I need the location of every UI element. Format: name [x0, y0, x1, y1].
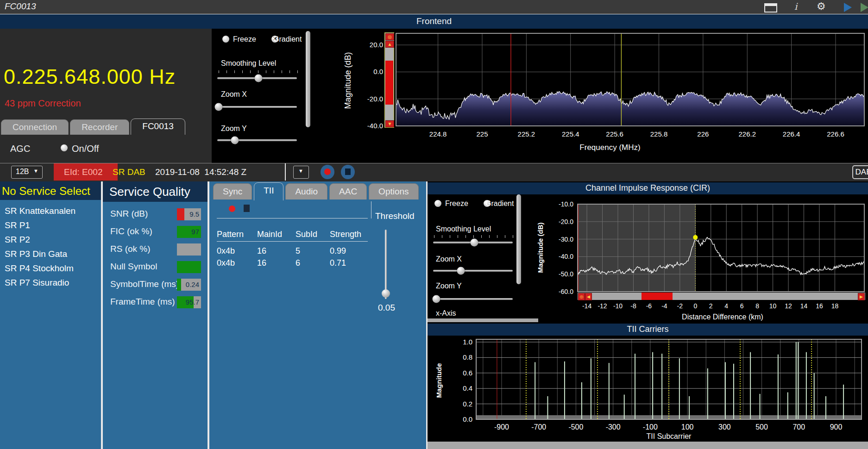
- tab-tii[interactable]: TII: [254, 182, 283, 200]
- x-tick-label: 225.6: [606, 130, 623, 138]
- spectrum-y-scrollbar[interactable]: ◎ ▲ ▼: [384, 32, 394, 128]
- cir-scroll-home-icon[interactable]: ◎: [578, 293, 585, 300]
- smoothing-slider[interactable]: [217, 74, 297, 82]
- stop-indicator-icon[interactable]: [244, 205, 250, 212]
- list-item[interactable]: SR P2: [0, 232, 101, 247]
- y-tick-label: -50.0: [559, 270, 573, 278]
- scroll-up-icon[interactable]: ▲: [385, 41, 394, 48]
- y-tick-label: -40.0: [367, 122, 383, 130]
- scroll-track2[interactable]: [385, 105, 393, 120]
- cir-controls-hscrollbar[interactable]: [428, 318, 538, 322]
- eid-value: EId: E002: [64, 167, 102, 177]
- frontend-tabs: ConnectionRecorderFC0013: [1, 119, 185, 135]
- scroll-track[interactable]: [385, 48, 393, 61]
- list-item[interactable]: SR P3 Din Gata: [0, 247, 101, 261]
- cir-gradient-label: Gradient: [485, 200, 514, 208]
- tab-recorder[interactable]: Recorder: [70, 119, 129, 135]
- table-cell[interactable]: 16: [257, 258, 266, 268]
- scroll-home-icon[interactable]: ◎: [385, 33, 394, 40]
- cir-header: Channel Impulse Response (CIR): [428, 182, 868, 194]
- tab-options[interactable]: Options: [369, 183, 418, 200]
- tab-audio[interactable]: Audio: [285, 183, 327, 200]
- quality-row: SNR (dB)9.5: [103, 208, 208, 220]
- channel-value: 12B: [16, 168, 29, 176]
- cir-scroll-left-icon[interactable]: ◀: [585, 293, 592, 300]
- agc-radio[interactable]: [61, 144, 68, 151]
- frontend-spectrum-plot[interactable]: 224.8225225.2225.4225.6225.8226226.2226.…: [314, 29, 868, 163]
- ppm-correction: 43 ppm Correction: [5, 98, 81, 109]
- service-list: SR KnattekanalenSR P1SR P2SR P3 Din Gata…: [0, 200, 101, 290]
- record-indicator-icon[interactable]: [229, 206, 235, 212]
- x-tick-label: -900: [494, 423, 509, 431]
- freeze-radio[interactable]: [222, 36, 229, 43]
- table-cell[interactable]: 16: [257, 246, 266, 256]
- zoom-y-slider[interactable]: [217, 136, 297, 144]
- stop-button[interactable]: [341, 165, 355, 179]
- ensemble-bar: 12B ▼ EId: E002 SR DAB 2019-11-08 14:52:…: [0, 163, 868, 183]
- threshold-slider[interactable]: [382, 230, 390, 299]
- table-header: SubId: [296, 230, 317, 239]
- threshold-handle[interactable]: [382, 289, 390, 298]
- cir-x-axis-label: x-Axis: [436, 309, 456, 318]
- quality-header: Service Quality: [103, 181, 208, 202]
- cir-plot[interactable]: -10.0-20.0-30.0-40.0-50.0-60.0-14-12-10-…: [537, 194, 868, 324]
- frontend-header: Frontend: [0, 14, 868, 29]
- table-cell[interactable]: 0.99: [330, 246, 346, 256]
- cir-peak-marker: [693, 235, 698, 240]
- quality-bar: [177, 243, 201, 256]
- tii-carriers-plot[interactable]: 1.00.80.60.40.20.0-900-700-500-300-10010…: [428, 336, 868, 441]
- table-cell[interactable]: 5: [296, 246, 300, 256]
- cir-scroll-red-segment[interactable]: [642, 293, 673, 300]
- scroll-thumb[interactable]: [385, 61, 393, 105]
- x-tick-label: 2: [709, 302, 713, 310]
- y-tick-label: 0.0: [373, 68, 383, 75]
- controls-scrollbar[interactable]: [306, 31, 310, 127]
- gear-icon[interactable]: ⚙: [817, 0, 826, 12]
- cir-x-scrollbar[interactable]: ◎ ◀ ▶: [578, 293, 865, 300]
- tab-aac[interactable]: AAC: [329, 183, 367, 200]
- tab-fc0013[interactable]: FC0013: [131, 118, 185, 135]
- list-item[interactable]: SR Knattekanalen: [0, 204, 101, 218]
- zoom-x-slider[interactable]: [217, 103, 297, 111]
- cir-freeze-radio[interactable]: [434, 200, 441, 207]
- x-axis-label: Distance Difference (km): [682, 313, 763, 321]
- x-tick-label: 14: [800, 302, 808, 310]
- right-panel-hscrollbar[interactable]: [428, 442, 868, 449]
- channel-select[interactable]: 12B ▼: [11, 166, 43, 179]
- play-icon-secondary[interactable]: [861, 3, 868, 12]
- info-icon[interactable]: i: [794, 1, 797, 12]
- window-icon[interactable]: [764, 3, 777, 12]
- tab-connection[interactable]: Connection: [1, 119, 69, 135]
- scroll-down-icon[interactable]: ▼: [385, 120, 394, 127]
- cir-panel: Channel Impulse Response (CIR) Freeze Gr…: [428, 181, 868, 449]
- cir-controls-scrollbar[interactable]: [516, 194, 521, 284]
- table-cell[interactable]: 0x4b: [217, 246, 235, 256]
- x-tick-label: -8: [630, 302, 636, 310]
- record-dropdown[interactable]: ▼: [293, 166, 309, 179]
- table-cell[interactable]: 0x4b: [217, 258, 235, 268]
- table-cell[interactable]: 6: [296, 258, 300, 268]
- cir-zoom-x-slider[interactable]: [433, 267, 513, 275]
- quality-panel: Service Quality SNR (dB)9.5FIC (ok %)97R…: [103, 181, 208, 449]
- x-tick-label: -4: [661, 302, 667, 310]
- y-tick-label: -40.0: [559, 253, 573, 260]
- smoothing-ticks: [219, 70, 298, 73]
- record-button[interactable]: [321, 165, 334, 179]
- ensemble-name: SR DAB: [113, 167, 145, 177]
- x-tick-label: 226.2: [738, 130, 756, 138]
- list-item[interactable]: SR P7 Sisuradio: [0, 275, 101, 290]
- cir-scroll-right-icon[interactable]: ▶: [858, 293, 865, 300]
- tii-carriers-title: TII Carriers: [627, 324, 669, 334]
- cir-smoothing-slider[interactable]: [433, 238, 513, 247]
- table-cell[interactable]: 0.71: [330, 258, 346, 268]
- cir-zoom-y-slider[interactable]: [433, 295, 513, 303]
- tab-sync[interactable]: Sync: [213, 183, 252, 200]
- list-item[interactable]: SR P1: [0, 218, 101, 232]
- play-icon[interactable]: [844, 3, 852, 12]
- x-tick-label: 8: [755, 302, 759, 310]
- mode-badge: DAB: [852, 165, 868, 179]
- list-item[interactable]: SR P4 Stockholm: [0, 261, 101, 275]
- quality-row: FrameTime (ms)95.7: [103, 296, 208, 308]
- quality-label: Null Symbol: [110, 262, 157, 272]
- x-tick-label: 225: [476, 130, 488, 138]
